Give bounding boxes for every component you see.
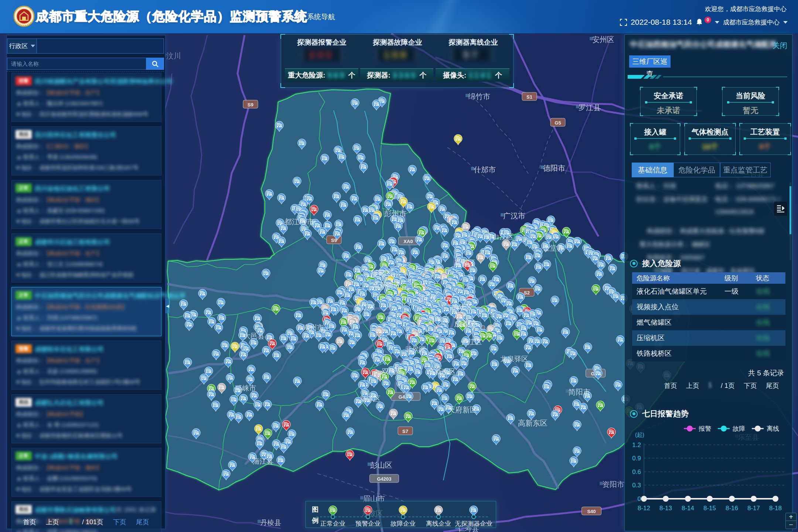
svg-text:8-14: 8-14 [682,505,694,512]
svg-text:1.2: 1.2 [632,441,641,449]
svg-text:龙泉驿区: 龙泉驿区 [500,355,528,363]
svg-text:高新南区: 高新南区 [428,368,456,375]
svg-text:德阳市: 德阳市 [543,164,565,172]
svg-text:简阳市: 简阳市 [568,388,590,396]
svg-text:都江堰市: 都江堰市 [284,218,314,226]
svg-text:青白江区: 青白江区 [485,233,514,241]
svg-text:故障: 故障 [733,425,745,432]
svg-text:青羊区: 青羊区 [429,316,450,324]
svg-text:S9: S9 [331,238,337,243]
svg-text:温江区: 温江区 [355,303,376,311]
svg-text:S9: S9 [248,102,253,108]
svg-text:离线: 离线 [767,425,779,432]
svg-text:汶川: 汶川 [166,52,181,60]
svg-text:8-16: 8-16 [726,505,738,512]
svg-text:新都区: 新都区 [454,259,475,267]
svg-text:大邑县: 大邑县 [244,332,265,340]
svg-text:高新东区: 高新东区 [518,419,548,427]
svg-text:蒲江县: 蒲江县 [253,457,274,465]
svg-text:G4203: G4203 [377,476,391,482]
svg-text:罗江县: 罗江县 [579,103,601,112]
svg-text:0.6: 0.6 [632,468,641,475]
svg-text:S2: S2 [524,290,530,296]
svg-text:0.3: 0.3 [632,482,641,489]
svg-text:S7: S7 [402,429,408,434]
svg-text:8-12: 8-12 [638,505,650,512]
svg-text:崇州市: 崇州市 [303,324,324,331]
svg-text:新津区: 新津区 [360,395,381,403]
svg-text:成都市: 成都市 [454,319,478,328]
svg-text:锦江区: 锦江区 [461,338,482,346]
svg-text:S1: S1 [526,94,532,100]
svg-text:双流区: 双流区 [382,368,403,375]
svg-text:武侯区: 武侯区 [405,345,426,353]
svg-text:安州区: 安州区 [592,35,614,44]
svg-text:郫都区: 郫都区 [371,269,392,277]
svg-text:G5: G5 [555,120,561,126]
svg-text:金堂县: 金堂县 [543,244,564,252]
svg-text:资阳市: 资阳市 [602,480,624,488]
svg-text:报警: 报警 [698,425,711,432]
svg-text:8-15: 8-15 [703,505,716,512]
svg-text:成华区: 成华区 [451,303,473,311]
svg-text:绵竹市: 绵竹市 [468,92,490,100]
svg-text:8-13: 8-13 [659,505,672,512]
svg-text:0.9: 0.9 [632,455,641,462]
svg-text:S40: S40 [587,509,596,514]
svg-text:0: 0 [638,495,641,502]
svg-text:8-17: 8-17 [747,505,760,512]
svg-text:丹棱县: 丹棱县 [260,519,282,526]
svg-text:什邡市: 什邡市 [474,166,496,174]
svg-text:8-18: 8-18 [769,505,782,512]
svg-text:XA0: XA0 [403,239,413,244]
svg-text:高新西区: 高新西区 [372,281,400,289]
svg-text:彭州市: 彭州市 [384,209,406,218]
svg-text:金牛区: 金牛区 [416,296,437,303]
svg-text:彭山区: 彭山区 [370,461,392,469]
svg-text:(起): (起) [635,432,644,438]
svg-text:天府新区: 天府新区 [448,406,477,414]
svg-text:广汉市: 广汉市 [503,212,525,220]
svg-text:邛崃市: 邛崃市 [235,384,256,392]
